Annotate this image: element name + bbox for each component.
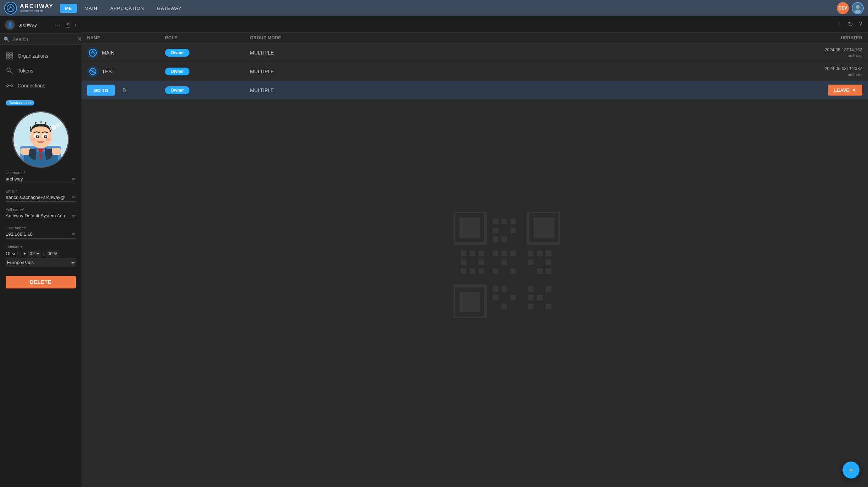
svg-rect-41 xyxy=(510,228,516,233)
svg-point-28 xyxy=(51,125,56,130)
group-mode-b: MULTIPLE xyxy=(250,87,784,93)
fab-add-button[interactable]: + xyxy=(843,462,860,479)
sidebar-item-organizations[interactable]: Organizations xyxy=(0,48,81,63)
user-avatar[interactable] xyxy=(852,2,864,14)
group-mode-main: MULTIPLE xyxy=(250,50,784,56)
svg-rect-52 xyxy=(501,259,507,265)
tz-min-select[interactable]: 0030 xyxy=(46,251,58,257)
svg-rect-71 xyxy=(546,286,551,292)
username-label: Username* xyxy=(6,171,76,175)
org-icon-test xyxy=(87,66,98,77)
connections-icon xyxy=(6,82,13,90)
svg-rect-74 xyxy=(528,304,534,309)
svg-rect-65 xyxy=(546,251,551,256)
leave-button[interactable]: LEAVE ✕ xyxy=(828,85,862,96)
offset-label: Offset xyxy=(6,251,18,256)
svg-rect-5 xyxy=(6,53,9,55)
main-layout: 👤 archway ⋯ 📱 ‹ 🔍 ✕ xyxy=(0,16,868,487)
fullname-field: Full name* Archway Default System Adn ✏ xyxy=(6,207,76,220)
org-name-b: B xyxy=(123,87,126,93)
sidebar-item-connections[interactable]: Connections xyxy=(0,78,81,93)
me-nav-button[interactable]: ME xyxy=(60,4,77,13)
svg-rect-54 xyxy=(470,268,475,274)
table-row[interactable]: MAIN Owner MULTIPLE 2024-05-18T14:15Z ar… xyxy=(81,44,868,62)
svg-rect-57 xyxy=(510,268,516,274)
role-badge-main: Owner xyxy=(165,49,189,57)
user-icon: 👤 xyxy=(5,20,15,30)
tz-region-select[interactable]: Europe/Paris UTC America/New_York Asia/T… xyxy=(6,258,76,267)
menu-dots-icon[interactable]: ⋮ xyxy=(836,21,842,28)
email-field: Email* francois.achache+archway@ ✏ xyxy=(6,189,76,202)
updated-date-test: 2024-05-08T14:38Z xyxy=(784,66,862,72)
svg-rect-34 xyxy=(534,217,554,238)
sidebar-item-tokens[interactable]: Tokens xyxy=(0,63,81,78)
role-badge-b: Owner xyxy=(165,86,189,94)
tz-hour-select[interactable]: 02000103 xyxy=(28,251,41,257)
table-row[interactable]: GO TO B Owner MULTIPLE LEAVE ✕ xyxy=(81,81,868,99)
svg-rect-8 xyxy=(10,53,13,55)
logo-icon xyxy=(4,2,17,15)
sidebar-username: archway xyxy=(18,22,51,28)
updated-user-main: archway xyxy=(784,53,862,58)
svg-rect-53 xyxy=(461,268,466,274)
updated-user-test: archway xyxy=(784,72,862,77)
svg-rect-73 xyxy=(537,295,543,300)
svg-point-13 xyxy=(11,85,13,87)
dev-badge[interactable]: DEV xyxy=(837,2,849,14)
svg-rect-59 xyxy=(501,286,507,292)
svg-rect-36 xyxy=(459,292,480,312)
username-value: archway xyxy=(6,176,69,182)
goto-button[interactable]: GO TO xyxy=(87,85,115,96)
svg-rect-58 xyxy=(493,286,498,292)
svg-point-0 xyxy=(7,5,14,12)
fullname-label: Full name* xyxy=(6,207,76,212)
timezone-label: Timezone xyxy=(6,244,76,248)
gateway-nav-item[interactable]: GATEWAY xyxy=(152,4,187,13)
username-edit-icon[interactable]: ✏ xyxy=(72,176,76,182)
search-close-icon[interactable]: ✕ xyxy=(77,36,81,42)
sidebar-collapse-button[interactable]: ‹ xyxy=(75,22,76,28)
host-value: 192.168.1.18 xyxy=(6,231,69,237)
svg-point-24 xyxy=(37,135,38,137)
updated-main: 2024-05-18T14:15Z archway xyxy=(784,47,862,58)
help-icon[interactable]: ? xyxy=(859,21,862,28)
svg-rect-60 xyxy=(493,295,498,300)
svg-rect-44 xyxy=(461,251,466,256)
svg-rect-35 xyxy=(454,286,486,318)
fullname-edit-icon[interactable]: ✏ xyxy=(72,213,76,218)
svg-rect-70 xyxy=(528,286,534,292)
tz-sign: + xyxy=(23,251,26,256)
svg-rect-62 xyxy=(501,304,507,309)
svg-rect-63 xyxy=(528,251,534,256)
svg-point-76 xyxy=(87,47,98,58)
col-updated-header: Updated xyxy=(784,35,862,40)
table-row[interactable]: TEST Owner MULTIPLE 2024-05-08T14:38Z ar… xyxy=(81,62,868,81)
svg-rect-43 xyxy=(501,236,507,242)
sidebar-search-area: 🔍 ✕ xyxy=(0,34,81,45)
email-edit-icon[interactable]: ✏ xyxy=(72,195,76,200)
delete-button[interactable]: DELETE xyxy=(6,276,76,288)
connections-label: Connections xyxy=(18,83,45,88)
sidebar-dots-button[interactable]: ⋯ xyxy=(54,21,61,29)
search-input[interactable] xyxy=(12,36,74,42)
host-edit-icon[interactable]: ✏ xyxy=(72,231,76,237)
application-nav-item[interactable]: APPLICATION xyxy=(105,4,149,13)
updated-test: 2024-05-08T14:38Z archway xyxy=(784,66,862,77)
organizations-icon xyxy=(6,52,13,60)
username-field: Username* archway ✏ xyxy=(6,171,76,183)
svg-rect-39 xyxy=(510,219,516,224)
svg-rect-40 xyxy=(493,228,498,233)
svg-rect-68 xyxy=(537,268,543,274)
main-nav-item[interactable]: MAIN xyxy=(80,4,103,13)
refresh-icon[interactable]: ↻ xyxy=(848,21,853,28)
table-header: Name Role Group mode Updated xyxy=(81,33,868,44)
svg-point-30 xyxy=(59,122,62,125)
svg-rect-55 xyxy=(478,268,484,274)
svg-rect-50 xyxy=(461,259,466,265)
svg-rect-33 xyxy=(528,212,560,244)
timezone-section: Timezone Offset : + 02000103 : 0030 Euro… xyxy=(6,244,76,267)
sidebar-mobile-icon[interactable]: 📱 xyxy=(64,22,71,28)
svg-rect-49 xyxy=(510,251,516,256)
svg-rect-32 xyxy=(459,217,480,238)
svg-rect-69 xyxy=(546,268,551,274)
